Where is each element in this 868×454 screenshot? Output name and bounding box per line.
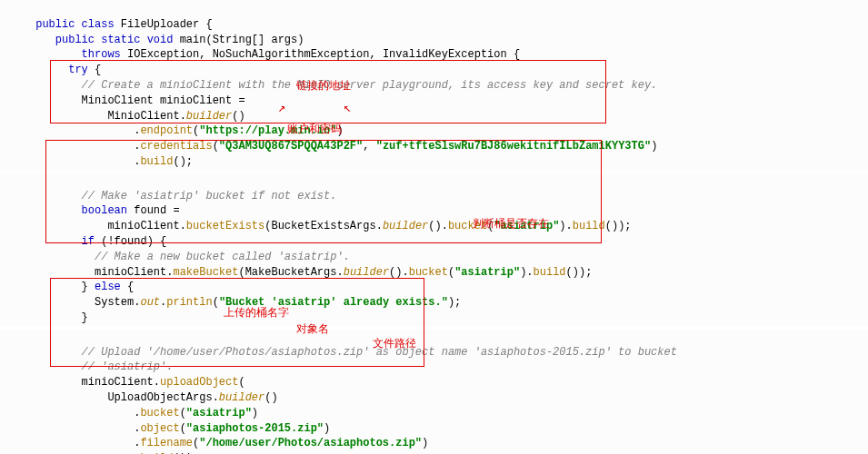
code-line: .object("asiaphotos-2015.zip") <box>29 422 330 435</box>
code-line: minioClient.uploadObject( <box>29 376 245 389</box>
annotation-text-endpoint: 链接的地址 <box>296 78 351 94</box>
code-line: boolean found = <box>29 204 180 217</box>
code-line: UploadObjectArgs.builder() <box>29 391 278 404</box>
code-line: // 'asiatrip'. <box>29 360 173 373</box>
annotation-arrow-icon: ↖ <box>344 100 351 118</box>
code-line: } else { <box>29 281 134 293</box>
code-line: .bucket("asiatrip") <box>29 407 258 419</box>
annotation-text-file-path: 文件路径 <box>373 336 416 351</box>
code-line: if (!found) { <box>29 235 166 248</box>
code-line: // Make a new bucket called 'asiatrip'. <box>29 251 350 263</box>
code-line: // Make 'asiatrip' bucket if not exist. <box>29 190 336 202</box>
code-line: public class FileUploader { <box>29 18 213 31</box>
code-line: .credentials("Q3AM3UQ867SPQQA43P2F", "zu… <box>29 140 657 153</box>
annotation-text-bucket-name: 上传的桶名字 <box>224 305 289 321</box>
code-line: MinioClient.builder() <box>29 110 245 123</box>
annotation-text-bucket-exists: 判断桶是否存在 <box>473 216 549 232</box>
annotation-text-object-name: 对象名 <box>296 321 329 337</box>
annotation-arrow-icon: ↗ <box>278 100 285 118</box>
code-line: .filename("/home/user/Photos/asiaphotos.… <box>29 437 428 449</box>
code-line: try { <box>29 64 101 76</box>
code-line: throws IOException, NoSuchAlgorithmExcep… <box>29 48 520 61</box>
code-editor[interactable]: public class FileUploader { public stati… <box>0 0 868 454</box>
annotation-text-credentials: 账户和密码 <box>287 122 342 137</box>
code-line: // Upload '/home/user/Photos/asiaphotos.… <box>29 346 677 359</box>
code-line: minioClient.makeBucket(MakeBucketArgs.bu… <box>29 266 592 279</box>
code-line: .build(); <box>29 155 193 168</box>
code-line: public static void main(String[] args) <box>29 34 304 46</box>
code-line: MinioClient minioClient = <box>29 94 245 107</box>
code-line: } <box>29 311 88 324</box>
